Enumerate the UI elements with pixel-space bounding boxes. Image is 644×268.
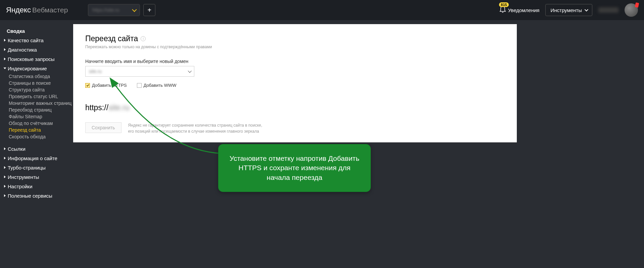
sidebar-item-label: Настройки: [8, 184, 33, 189]
sidebar-item-quality[interactable]: Качество сайта: [0, 36, 73, 45]
bell-icon: 815: [499, 6, 506, 14]
logo[interactable]: Яндекс Вебмастер: [6, 6, 68, 14]
sidebar-sub-counters[interactable]: Обход по счётчикам: [0, 120, 73, 127]
sidebar-item-tools[interactable]: Инструменты: [0, 172, 73, 182]
notifications-label: Уведомления: [508, 7, 540, 13]
add-https-label: Добавить HTTPS: [92, 83, 127, 88]
page-subtitle: Переезжать можно только на домены с подт…: [85, 45, 505, 49]
caret-icon: [4, 39, 6, 42]
caret-icon: [4, 194, 6, 197]
chevron-down-icon: [188, 69, 192, 73]
add-www-checkbox[interactable]: Добавить WWW: [137, 83, 177, 88]
url-preview: https:// site.ru: [85, 103, 505, 112]
sidebar-sub-structure[interactable]: Структура сайта: [0, 86, 73, 93]
page-title: Переезд сайта i: [85, 34, 505, 43]
sidebar-item-label: Качество сайта: [8, 38, 44, 43]
save-note: Яндекс не гарантирует сохранение количес…: [128, 122, 269, 134]
info-icon[interactable]: i: [141, 36, 146, 41]
caret-icon: [4, 157, 6, 159]
sidebar: Сводка Качество сайта Диагностика Поиско…: [0, 20, 73, 268]
save-row: Сохранить Яндекс не гарантирует сохранен…: [85, 122, 505, 142]
sidebar-sub-crawl-speed[interactable]: Скорость обхода: [0, 133, 73, 140]
header-bar: Яндекс Вебмастер https://site.ru + 815 У…: [0, 0, 644, 20]
checkbox-row: Добавить HTTPS Добавить WWW: [85, 83, 505, 88]
sidebar-sub-recrawl[interactable]: Переобход страниц: [0, 107, 73, 113]
checkbox-icon: [85, 83, 90, 88]
caret-icon: [4, 68, 6, 69]
sidebar-item-label: Инструменты: [8, 174, 39, 180]
caret-icon: [4, 147, 6, 150]
avatar[interactable]: [625, 3, 638, 17]
main-panel: Переезд сайта i Переезжать можно только …: [73, 24, 517, 142]
notifications-button[interactable]: 815 Уведомления: [499, 6, 540, 14]
caret-icon: [4, 48, 6, 51]
caret-icon: [4, 176, 6, 178]
sidebar-item-diagnostics[interactable]: Диагностика: [0, 45, 73, 54]
annotation-callout: Установите отметку напротив Добавить HTT…: [218, 144, 371, 192]
save-button[interactable]: Сохранить: [85, 122, 121, 133]
domain-input-label: Начните вводить имя и выберите новый дом…: [85, 59, 505, 64]
content-area: Переезд сайта i Переезжать можно только …: [73, 20, 644, 268]
sidebar-summary[interactable]: Сводка: [0, 26, 73, 36]
site-selector-value: https://site.ru: [92, 7, 119, 13]
logo-main: Яндекс: [6, 6, 31, 14]
caret-icon: [4, 58, 6, 60]
sidebar-sub-check-url[interactable]: Проверить статус URL: [0, 93, 73, 100]
caret-icon: [4, 166, 6, 169]
sidebar-item-links[interactable]: Ссылки: [0, 144, 73, 153]
sidebar-sub-monitoring[interactable]: Мониторинг важных страниц: [0, 100, 73, 107]
sidebar-item-label: Диагностика: [8, 47, 37, 53]
header-right: 815 Уведомления Инструменты: [499, 3, 638, 17]
sidebar-item-label: Полезные сервисы: [8, 193, 52, 199]
caret-icon: [4, 185, 6, 188]
sidebar-item-turbo[interactable]: Турбо-страницы: [0, 163, 73, 172]
domain-select-value: site.ru: [89, 69, 102, 74]
sidebar-item-label: Информация о сайте: [8, 155, 57, 161]
sidebar-sub-site-move[interactable]: Переезд сайта: [0, 127, 73, 133]
username: [598, 7, 618, 13]
notification-count-badge: 815: [499, 2, 508, 7]
sidebar-sub-crawl-stats[interactable]: Статистика обхода: [0, 73, 73, 80]
sidebar-item-label: Поисковые запросы: [8, 56, 55, 62]
sidebar-sub-sitemap[interactable]: Файлы Sitemap: [0, 113, 73, 120]
tools-dropdown-button[interactable]: Инструменты: [545, 4, 592, 16]
sidebar-item-label: Ссылки: [8, 146, 26, 152]
add-https-checkbox[interactable]: Добавить HTTPS: [85, 83, 127, 88]
add-www-label: Добавить WWW: [144, 83, 177, 88]
add-site-button[interactable]: +: [143, 4, 155, 16]
sidebar-item-search-queries[interactable]: Поисковые запросы: [0, 54, 73, 64]
sidebar-item-settings[interactable]: Настройки: [0, 182, 73, 191]
sidebar-sub-pages-search[interactable]: Страницы в поиске: [0, 80, 73, 86]
chevron-down-icon: [585, 8, 588, 11]
chevron-down-icon: [132, 7, 137, 12]
callout-text: Установите отметку напротив Добавить HTT…: [230, 154, 359, 181]
url-preview-prefix: https://: [85, 103, 108, 112]
sidebar-item-indexing[interactable]: Индексирование: [0, 64, 73, 73]
sidebar-item-site-info[interactable]: Информация о сайте: [0, 153, 73, 163]
url-preview-domain: site.ru: [108, 103, 130, 112]
sidebar-item-label: Индексирование: [8, 66, 47, 71]
tools-label: Инструменты: [550, 7, 582, 13]
sidebar-item-services[interactable]: Полезные сервисы: [0, 191, 73, 200]
domain-select[interactable]: site.ru: [85, 66, 194, 77]
logo-sub: Вебмастер: [32, 6, 68, 14]
sidebar-item-label: Турбо-страницы: [8, 165, 46, 171]
page-title-text: Переезд сайта: [85, 34, 138, 43]
site-selector[interactable]: https://site.ru: [88, 4, 140, 16]
checkbox-icon: [137, 83, 142, 88]
